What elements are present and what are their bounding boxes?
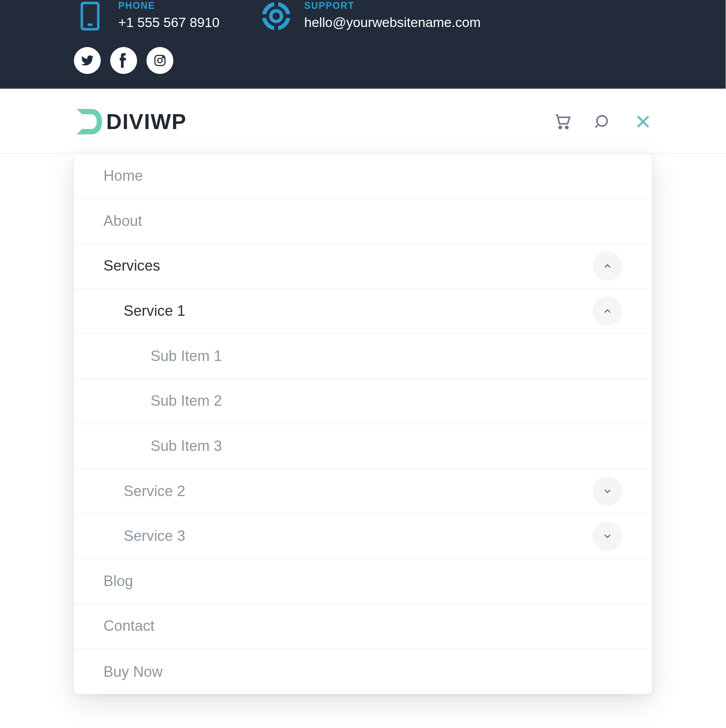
nav-subsubitem-label: Sub Item 3 [150,438,222,455]
topbar: PHONE +1 555 567 8910 S [0,0,726,89]
search-button[interactable] [594,113,611,130]
cart-icon [554,113,571,130]
logo[interactable]: DIVI WP [74,106,187,137]
nav-item-contact[interactable]: Contact [74,604,652,649]
nav-subsubitem-label: Sub Item 1 [150,347,222,365]
nav-item-blog[interactable]: Blog [74,559,652,604]
svg-point-13 [597,116,607,126]
nav-subsubitem-sub-2[interactable]: Sub Item 2 [74,379,652,424]
twitter-button[interactable] [74,47,101,74]
twitter-icon [81,54,94,67]
support-value: hello@yourwebsitename.com [304,15,481,30]
svg-point-9 [158,58,162,63]
svg-rect-1 [88,23,92,26]
facebook-icon [120,53,128,68]
instagram-button[interactable] [146,47,173,74]
nav-subitem-label: Service 2 [124,482,186,500]
chevron-down-icon [602,486,613,497]
nav-subitem-service-2[interactable]: Service 2 [74,469,652,514]
expand-toggle-service-2[interactable] [592,476,622,506]
support-label: SUPPORT [304,0,481,11]
nav-item-label: Home [104,167,143,185]
nav-item-home[interactable]: Home [74,154,652,199]
cart-button[interactable] [554,113,571,130]
nav-subitem-label: Service 3 [124,528,186,545]
nav-item-about[interactable]: About [74,199,652,244]
svg-rect-7 [284,14,290,18]
close-menu-button[interactable] [634,113,652,130]
svg-rect-5 [274,23,278,30]
svg-point-11 [559,126,561,128]
chevron-down-icon [602,531,613,542]
nav-item-label: Services [104,257,161,275]
phone-block: PHONE +1 555 567 8910 [74,0,219,32]
social-row [74,47,652,74]
expand-toggle-service-3[interactable] [592,521,622,551]
nav-item-services[interactable]: Services [74,244,652,289]
nav-item-label: Contact [104,617,154,635]
facebook-button[interactable] [110,47,137,74]
svg-point-3 [271,11,282,22]
nav-subsubitem-sub-1[interactable]: Sub Item 1 [74,334,652,379]
nav-menu: Home About Services Service 1 Sub Item 1… [74,154,652,694]
phone-label: PHONE [118,0,219,11]
expand-toggle-services[interactable] [592,251,622,281]
phone-value: +1 555 567 8910 [118,15,219,30]
chevron-up-icon [602,261,613,271]
logo-text-divi: DIVI [106,109,150,134]
expand-toggle-service-1[interactable] [592,296,622,326]
header: DIVI WP [0,89,726,154]
support-block: SUPPORT hello@yourwebsitename.com [260,0,481,32]
support-icon [260,0,292,32]
nav-item-label: Blog [104,572,133,590]
svg-rect-6 [262,14,269,18]
nav-subsubitem-sub-3[interactable]: Sub Item 3 [74,424,652,469]
search-icon [594,113,611,130]
close-icon [635,114,651,130]
logo-mark-icon [74,106,105,137]
nav-item-buy-now[interactable]: Buy Now [74,649,652,694]
svg-point-10 [163,57,164,58]
instagram-icon [153,54,167,67]
svg-point-12 [566,126,568,128]
nav-item-label: Buy Now [104,663,163,680]
nav-subitem-label: Service 1 [124,302,186,320]
logo-text-wp: WP [151,109,187,134]
svg-line-14 [595,125,597,127]
nav-subitem-service-1[interactable]: Service 1 [74,289,652,334]
svg-rect-4 [274,2,278,9]
nav-item-label: About [104,212,142,229]
nav-subitem-service-3[interactable]: Service 3 [74,514,652,559]
phone-icon [74,0,106,32]
nav-subsubitem-label: Sub Item 2 [150,392,222,410]
chevron-up-icon [602,306,613,317]
